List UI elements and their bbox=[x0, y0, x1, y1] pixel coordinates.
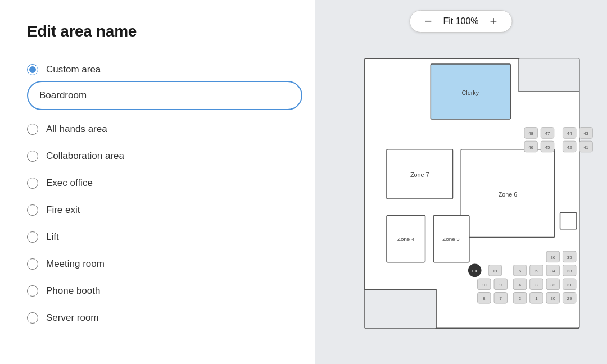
server-room-radio-item[interactable]: Server room bbox=[27, 304, 288, 331]
svg-text:42: 42 bbox=[567, 145, 572, 150]
all-hands-radio[interactable] bbox=[27, 124, 38, 135]
area-type-radio-group: All hands area Collaboration area Exec o… bbox=[27, 116, 288, 331]
svg-text:Clerky: Clerky bbox=[462, 89, 479, 96]
svg-text:35: 35 bbox=[567, 255, 572, 260]
zoom-controls: − Fit 100% + bbox=[410, 10, 513, 33]
svg-text:41: 41 bbox=[583, 145, 588, 150]
svg-text:36: 36 bbox=[550, 255, 555, 260]
lift-label[interactable]: Lift bbox=[46, 231, 59, 243]
right-panel: − Fit 100% + Clerky Zone 6 Zone 7 Z bbox=[315, 0, 607, 364]
zoom-out-button[interactable]: − bbox=[420, 14, 437, 29]
exec-office-label[interactable]: Exec office bbox=[46, 178, 93, 189]
svg-text:10: 10 bbox=[482, 283, 487, 288]
svg-text:43: 43 bbox=[583, 131, 588, 136]
svg-text:11: 11 bbox=[493, 269, 498, 274]
svg-text:46: 46 bbox=[528, 145, 533, 150]
left-panel: Edit area name Custom area All hands are… bbox=[0, 0, 315, 364]
svg-text:6: 6 bbox=[519, 269, 522, 274]
phone-booth-label[interactable]: Phone booth bbox=[46, 285, 100, 297]
svg-text:32: 32 bbox=[550, 283, 555, 288]
svg-text:5: 5 bbox=[535, 269, 538, 274]
svg-text:9: 9 bbox=[500, 283, 502, 288]
svg-text:29: 29 bbox=[567, 296, 572, 301]
svg-text:47: 47 bbox=[545, 131, 550, 136]
svg-text:Zone 6: Zone 6 bbox=[499, 191, 518, 198]
zoom-label: Fit 100% bbox=[436, 16, 485, 26]
all-hands-label[interactable]: All hands area bbox=[46, 124, 107, 135]
all-hands-radio-item[interactable]: All hands area bbox=[27, 116, 288, 143]
custom-area-section: Custom area bbox=[27, 56, 288, 116]
page-title: Edit area name bbox=[27, 22, 288, 40]
floor-map: Clerky Zone 6 Zone 7 Zone 4 Zone 3 48 47… bbox=[332, 39, 601, 358]
custom-area-radio[interactable] bbox=[27, 64, 38, 75]
meeting-room-radio[interactable] bbox=[27, 258, 38, 270]
svg-text:45: 45 bbox=[545, 145, 550, 150]
svg-text:7: 7 bbox=[500, 296, 502, 301]
meeting-room-label[interactable]: Meeting room bbox=[46, 258, 105, 270]
server-room-label[interactable]: Server room bbox=[46, 312, 99, 324]
svg-text:44: 44 bbox=[567, 131, 572, 136]
svg-text:FT: FT bbox=[472, 269, 478, 274]
collaboration-radio-item[interactable]: Collaboration area bbox=[27, 143, 288, 170]
svg-text:33: 33 bbox=[567, 269, 572, 274]
area-name-input[interactable] bbox=[27, 81, 302, 110]
svg-text:8: 8 bbox=[483, 296, 486, 301]
fire-exit-radio[interactable] bbox=[27, 204, 38, 216]
lift-radio-item[interactable]: Lift bbox=[27, 224, 288, 251]
svg-text:1: 1 bbox=[535, 296, 537, 301]
svg-text:Zone 4: Zone 4 bbox=[397, 236, 415, 242]
collaboration-radio[interactable] bbox=[27, 151, 38, 162]
svg-rect-13 bbox=[560, 212, 577, 229]
exec-office-radio-item[interactable]: Exec office bbox=[27, 170, 288, 197]
phone-booth-radio[interactable] bbox=[27, 285, 38, 297]
fire-exit-radio-item[interactable]: Fire exit bbox=[27, 197, 288, 224]
meeting-room-radio-item[interactable]: Meeting room bbox=[27, 251, 288, 277]
svg-text:Zone 3: Zone 3 bbox=[442, 236, 460, 242]
svg-rect-2 bbox=[365, 290, 436, 329]
exec-office-radio[interactable] bbox=[27, 178, 38, 189]
svg-text:4: 4 bbox=[519, 283, 522, 288]
svg-text:Zone 7: Zone 7 bbox=[410, 171, 429, 178]
zoom-in-button[interactable]: + bbox=[486, 14, 502, 29]
floor-plan-svg: Clerky Zone 6 Zone 7 Zone 4 Zone 3 48 47… bbox=[332, 39, 601, 358]
svg-text:34: 34 bbox=[550, 269, 555, 274]
svg-text:3: 3 bbox=[535, 283, 538, 288]
phone-booth-radio-item[interactable]: Phone booth bbox=[27, 277, 288, 304]
text-input-wrapper bbox=[27, 81, 288, 110]
custom-area-label[interactable]: Custom area bbox=[46, 64, 101, 75]
svg-text:2: 2 bbox=[519, 296, 521, 301]
custom-area-radio-item[interactable]: Custom area bbox=[27, 56, 288, 81]
svg-text:30: 30 bbox=[550, 296, 555, 301]
server-room-radio[interactable] bbox=[27, 312, 38, 324]
svg-text:48: 48 bbox=[528, 131, 533, 136]
svg-text:31: 31 bbox=[567, 283, 572, 288]
svg-rect-1 bbox=[519, 58, 579, 92]
collaboration-label[interactable]: Collaboration area bbox=[46, 151, 124, 162]
fire-exit-label[interactable]: Fire exit bbox=[46, 204, 80, 216]
lift-radio[interactable] bbox=[27, 231, 38, 243]
